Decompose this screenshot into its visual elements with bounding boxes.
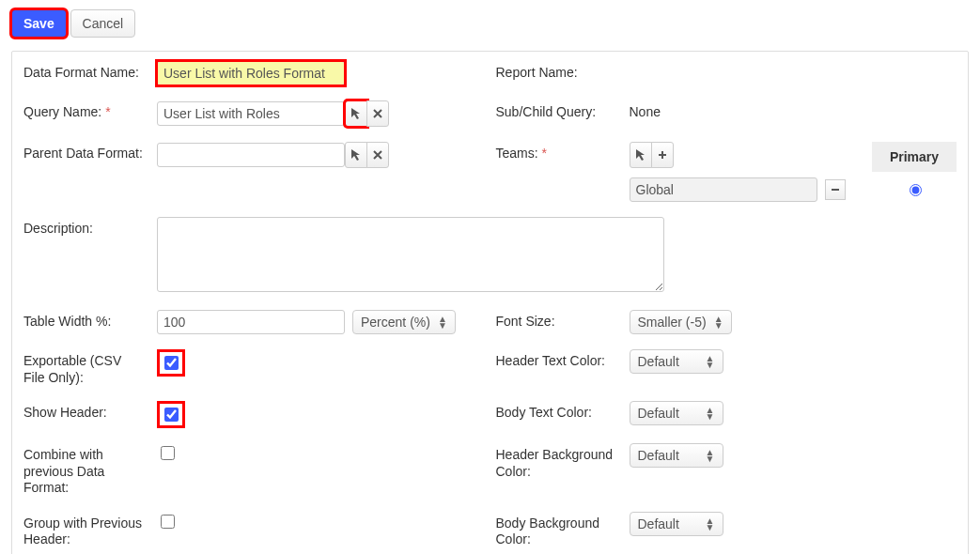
label-header-bg-color: Header Background Color:	[496, 443, 618, 480]
report-name-value	[630, 61, 957, 65]
body-bg-color-select[interactable]: Default ▲▼	[630, 512, 723, 536]
label-exportable: Exportable (CSV File Only):	[23, 349, 146, 386]
label-show-header: Show Header:	[23, 401, 146, 422]
table-width-unit-select[interactable]: Percent (%) ▲▼	[352, 310, 456, 334]
cell-body-bg-color: Default ▲▼	[630, 512, 957, 536]
table-width-input[interactable]	[157, 310, 345, 334]
cell-group-prev	[157, 512, 485, 531]
team-remove-icon[interactable]	[825, 179, 846, 200]
show-header-checkbox[interactable]	[164, 408, 179, 422]
label-header-text-color: Header Text Color:	[496, 349, 618, 370]
cell-body-text-color: Default ▲▼	[630, 401, 957, 425]
label-parent-data-format: Parent Data Format:	[23, 142, 146, 162]
label-report-name: Report Name:	[496, 61, 618, 82]
team-name-input[interactable]	[630, 177, 817, 202]
primary-header: Primary	[872, 142, 957, 172]
label-description: Description:	[23, 217, 146, 238]
label-body-text-color: Body Text Color:	[496, 401, 618, 422]
label-sub-child-query: Sub/Child Query:	[496, 100, 618, 121]
description-textarea[interactable]	[157, 217, 664, 292]
parent-data-format-input[interactable]	[157, 143, 345, 167]
header-bg-color-value: Default	[638, 448, 679, 463]
stepper-icon: ▲▼	[438, 315, 447, 329]
parent-data-format-picker-icon[interactable]	[345, 142, 367, 168]
label-group-prev: Group with Previous Header:	[23, 512, 146, 548]
combine-prev-checkbox[interactable]	[161, 446, 175, 460]
sub-child-query-value: None	[630, 100, 957, 119]
stepper-icon: ▲▼	[706, 355, 715, 368]
cell-font-size: Smaller (-5) ▲▼	[630, 310, 957, 334]
primary-column: Primary	[872, 142, 957, 172]
cell-data-format-name	[157, 61, 485, 85]
body-text-color-value: Default	[638, 406, 679, 421]
save-button[interactable]: Save	[11, 9, 67, 38]
label-teams: Teams:	[496, 142, 618, 162]
parent-data-format-clear-icon[interactable]	[366, 142, 389, 168]
exportable-checkbox[interactable]	[164, 356, 179, 370]
stepper-icon: ▲▼	[706, 407, 715, 420]
stepper-icon: ▲▼	[706, 517, 715, 531]
query-name-picker-icon[interactable]	[345, 100, 367, 127]
cell-description	[157, 217, 957, 295]
label-query-name: Query Name:	[23, 100, 146, 121]
body-text-color-select[interactable]: Default ▲▼	[630, 401, 723, 425]
label-table-width: Table Width %:	[23, 310, 146, 331]
header-bg-color-select[interactable]: Default ▲▼	[630, 443, 723, 468]
toolbar: Save Cancel	[11, 9, 969, 38]
group-prev-checkbox[interactable]	[161, 515, 175, 529]
cell-teams: Primary	[630, 142, 957, 202]
cell-parent-data-format	[157, 142, 485, 168]
cell-table-width: Percent (%) ▲▼	[157, 310, 485, 334]
font-size-value: Smaller (-5)	[638, 315, 707, 330]
label-font-size: Font Size:	[496, 310, 618, 331]
cell-combine-prev	[157, 443, 485, 463]
body-bg-color-value: Default	[638, 516, 679, 531]
header-text-color-value: Default	[638, 354, 679, 369]
team-primary-radio[interactable]	[910, 184, 922, 196]
cell-exportable	[157, 349, 485, 377]
data-format-name-input[interactable]	[157, 61, 345, 85]
cell-show-header	[157, 401, 485, 428]
query-name-clear-icon[interactable]	[366, 100, 389, 127]
table-width-unit-value: Percent (%)	[361, 315, 430, 330]
stepper-icon: ▲▼	[714, 315, 723, 329]
label-body-bg-color: Body Background Color:	[496, 512, 618, 548]
cell-header-text-color: Default ▲▼	[630, 349, 957, 374]
stepper-icon: ▲▼	[706, 449, 715, 462]
label-combine-prev: Combine with previous Data Format:	[23, 443, 146, 497]
team-row	[630, 177, 957, 202]
form-panel: Data Format Name: Report Name: Query Nam…	[11, 51, 969, 554]
label-data-format-name: Data Format Name:	[23, 61, 146, 82]
cell-query-name	[157, 100, 485, 127]
cell-header-bg-color: Default ▲▼	[630, 443, 957, 468]
query-name-input[interactable]	[157, 101, 345, 126]
header-text-color-select[interactable]: Default ▲▼	[630, 349, 723, 374]
font-size-select[interactable]: Smaller (-5) ▲▼	[630, 310, 732, 334]
teams-add-icon[interactable]	[651, 142, 674, 168]
cancel-button[interactable]: Cancel	[70, 9, 136, 38]
teams-picker-icon[interactable]	[630, 142, 652, 168]
